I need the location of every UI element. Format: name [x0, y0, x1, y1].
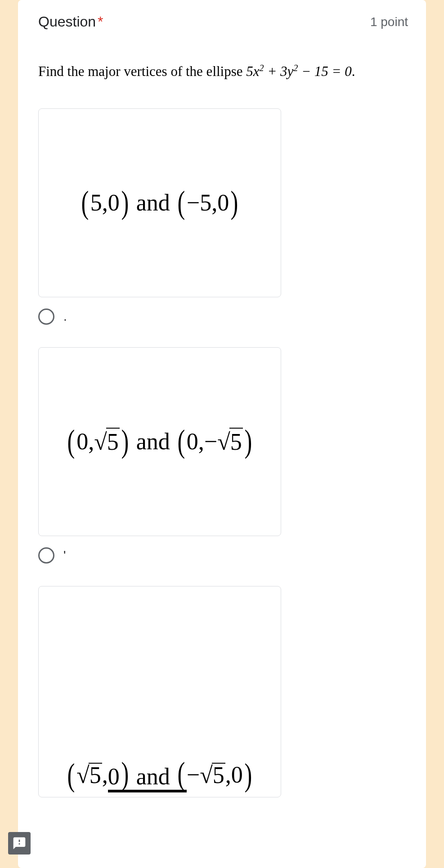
- option-3: (5,0) and (−5,0): [38, 586, 408, 797]
- option-3-math: (5,0) and (−5,0): [66, 757, 253, 792]
- option-1: (5,0) and (−5,0) .: [38, 108, 408, 325]
- option-1-radio[interactable]: [38, 309, 54, 325]
- feedback-icon[interactable]: [8, 832, 31, 855]
- report-problem-icon: [12, 836, 27, 850]
- option-2-image[interactable]: (0,5) and (0,−5): [38, 347, 281, 536]
- option-3-image[interactable]: (5,0) and (−5,0): [38, 586, 281, 797]
- option-1-math: (5,0) and (−5,0): [80, 184, 240, 221]
- required-indicator: *: [98, 13, 103, 30]
- equation-text: 5x2 + 3y2 − 15 = 0: [246, 63, 351, 79]
- option-2-radio-row: ': [38, 547, 408, 564]
- option-2: (0,5) and (0,−5) ': [38, 347, 408, 564]
- prompt-prefix: Find the major vertices of the ellipse: [38, 63, 246, 79]
- points-label: 1 point: [370, 15, 408, 29]
- option-1-image[interactable]: (5,0) and (−5,0): [38, 108, 281, 297]
- option-2-label: ': [63, 548, 66, 563]
- option-1-radio-row: .: [38, 309, 408, 325]
- question-title-wrap: Question*: [38, 13, 103, 30]
- option-2-math: (0,5) and (0,−5): [66, 423, 253, 460]
- option-1-label: .: [63, 309, 67, 324]
- question-header: Question* 1 point: [38, 13, 408, 30]
- question-prompt: Find the major vertices of the ellipse 5…: [38, 62, 408, 81]
- option-2-radio[interactable]: [38, 547, 54, 564]
- question-label: Question: [38, 13, 96, 30]
- question-card: Question* 1 point Find the major vertice…: [18, 0, 426, 868]
- prompt-suffix: .: [352, 63, 355, 79]
